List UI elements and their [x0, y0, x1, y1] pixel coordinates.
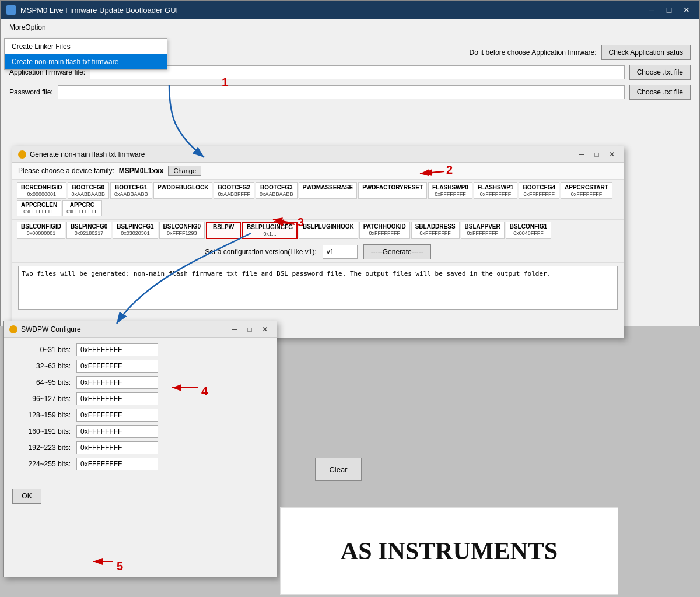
annotation-1: 1: [222, 76, 228, 89]
swdpw-title-bar: SWDPW Configure ─ □ ✕: [4, 321, 276, 338]
swdpw-close-button[interactable]: ✕: [259, 324, 271, 335]
mid-close-button[interactable]: ✕: [606, 149, 618, 160]
swdpw-input-4[interactable]: [76, 409, 158, 422]
config-cell-sbladdress[interactable]: SBLADDRESS0xFFFFFFFF: [411, 222, 460, 239]
swdpw-minimize-button[interactable]: ─: [229, 324, 240, 335]
swdpw-input-2[interactable]: [76, 376, 158, 389]
swdpw-field-row: 224~255 bits:: [12, 458, 268, 470]
config-cell-appcrc[interactable]: APPCRC0xFFFFFFFF: [62, 200, 102, 216]
swdpw-title: SWDPW Configure: [21, 325, 81, 333]
config-cell-bootcfg1[interactable]: BOOTCFG10xAABBAABB: [110, 182, 152, 199]
output-text: Two files will be generated: non-main fl…: [22, 270, 551, 278]
config-cell-bslappver[interactable]: BSLAPPVER0xFFFFFFFF: [461, 222, 505, 239]
password-input[interactable]: [58, 85, 625, 99]
config-cell-pwddebuglock[interactable]: PWDDEBUGLOCK: [153, 182, 213, 199]
config-cell-flashswp0[interactable]: FLASHSWP00xFFFFFFFF: [428, 182, 473, 199]
dropdown-menu: Create Linker Files Create non-main flas…: [4, 38, 167, 70]
swdpw-field-row: 0~31 bits:: [12, 343, 268, 356]
generate-button[interactable]: -----Generate-----: [363, 244, 431, 259]
header-label: Do it before choose Application firmware…: [469, 48, 596, 57]
config-cell-pwdmasserase[interactable]: PWDMASSERASE: [299, 182, 358, 199]
close-button[interactable]: ✕: [680, 3, 694, 17]
swdpw-label-3: 96~127 bits:: [12, 395, 71, 403]
swdpw-input-3[interactable]: [76, 392, 158, 405]
config-cell-flashswp1[interactable]: FLASHSWP10xFFFFFFFF: [474, 182, 518, 199]
main-title-bar: MSPM0 Live Firmware Update Bootloader GU…: [1, 1, 699, 19]
device-label: Please choose a device family:: [18, 167, 114, 175]
config-cell-bootcfg0[interactable]: BOOTCFG00xAABBAABB: [68, 182, 110, 199]
swdpw-input-5[interactable]: [76, 425, 158, 438]
config-cell-bslconfigid[interactable]: BSLCONFIGID0x00000001: [17, 222, 65, 239]
mid-title-bar: Generate non-main flash txt firmware ─ □…: [12, 146, 624, 163]
swdpw-label-4: 128~159 bits:: [12, 411, 71, 419]
config-cell-appcrclen[interactable]: APPCRCLEN0xFFFFFFFF: [17, 200, 61, 216]
config-cell-bslpincfg1[interactable]: BSLPINCFG10x03020301: [113, 222, 158, 239]
swdpw-label-2: 64~95 bits:: [12, 378, 71, 387]
config-cell-bootcfg3[interactable]: BOOTCFG30xAABBAABB: [256, 182, 298, 199]
app-firmware-input[interactable]: [90, 65, 625, 79]
swdpw-label-7: 224~255 bits:: [12, 460, 71, 468]
swdpw-field-row: 96~127 bits:: [12, 392, 268, 405]
ti-branding-text: AS INSTRUMENTS: [341, 537, 558, 565]
swdpw-input-7[interactable]: [76, 458, 158, 470]
swdpw-label-6: 192~223 bits:: [12, 444, 71, 452]
password-row: Password file: Choose .txt file: [9, 85, 691, 100]
swdpw-field-row: 128~159 bits:: [12, 409, 268, 422]
create-non-main-item[interactable]: Create non-main flash txt firmware: [5, 54, 167, 69]
generate-row: Set a configuration version(Like v1): --…: [12, 241, 624, 263]
swdpw-label-1: 32~63 bits:: [12, 362, 71, 370]
menu-bar: MoreOption: [1, 19, 699, 36]
main-window-title: MSPM0 Live Firmware Update Bootloader GU…: [20, 6, 178, 15]
clear-button[interactable]: Clear: [315, 458, 362, 481]
choose-txt-button[interactable]: Choose .txt file: [629, 65, 691, 80]
config-cell-bootcfg4[interactable]: BOOTCFG40xFFFFFFFF: [519, 182, 559, 199]
mid-maximize-button[interactable]: □: [591, 149, 603, 160]
swdpw-label-0: 0~31 bits:: [12, 346, 71, 354]
minimize-button[interactable]: ─: [645, 3, 659, 17]
ti-branding-area: AS INSTRUMENTS: [280, 507, 618, 595]
swdpw-input-1[interactable]: [76, 360, 158, 373]
choose-txt-button2[interactable]: Choose .txt file: [629, 85, 691, 100]
config-cell-bcrconfigid[interactable]: BCRCONFIGID0x00000001: [17, 182, 66, 199]
mid-window: Generate non-main flash txt firmware ─ □…: [12, 146, 624, 338]
version-input[interactable]: [323, 245, 358, 259]
config-cell-patchhookid[interactable]: PATCHHOOKID0xFFFFFFFF: [359, 222, 410, 239]
config-cell-bslconfig0[interactable]: BSLCONFIG00xFFFF1293: [159, 222, 205, 239]
config-cell-bslpw[interactable]: BSLPW: [206, 222, 241, 239]
password-label: Password file:: [9, 88, 53, 96]
check-application-button[interactable]: Check Application satus: [601, 45, 691, 60]
swdpw-field-row: 64~95 bits:: [12, 376, 268, 389]
annotation-3: 3: [298, 216, 304, 229]
swdpw-input-6[interactable]: [76, 441, 158, 454]
version-label: Set a configuration version(Like v1):: [205, 248, 316, 256]
maximize-button[interactable]: □: [662, 3, 676, 17]
swdpw-field-row: 160~191 bits:: [12, 425, 268, 438]
swdpw-field-row: 32~63 bits:: [12, 360, 268, 373]
ok-row: OK: [4, 483, 276, 510]
config-grid-row2: BSLCONFIGID0x00000001BSLPINCFG00x0218021…: [12, 220, 624, 241]
config-cell-bootcfg2[interactable]: BOOTCFG20xAABBFFFF: [214, 182, 254, 199]
swdpw-field-row: 192~223 bits:: [12, 441, 268, 454]
clear-area: Clear: [315, 458, 362, 481]
create-linker-files-item[interactable]: Create Linker Files: [5, 39, 167, 54]
config-cell-bslconfig1[interactable]: BSLCONFIG10x0048FFFF: [506, 222, 551, 239]
mid-minimize-button[interactable]: ─: [576, 149, 587, 160]
ok-button[interactable]: OK: [12, 489, 41, 504]
device-family-bar: Please choose a device family: MSPM0L1xx…: [12, 163, 624, 180]
swdpw-window: SWDPW Configure ─ □ ✕ 0~31 bits: 32~63 b…: [3, 321, 277, 577]
app-icon: [6, 5, 16, 15]
more-option-menu[interactable]: MoreOption: [4, 21, 51, 34]
config-cell-bslpluginhook[interactable]: BSLPLUGINHOOK: [299, 222, 358, 239]
swdpw-maximize-button[interactable]: □: [244, 324, 256, 335]
output-area: Two files will be generated: non-main fl…: [18, 266, 618, 310]
config-cell-bslplugincfg[interactable]: BSLPLUGINCFG0x1...: [242, 222, 298, 239]
config-cell-pwdfactoryreset[interactable]: PWDFACTORYRESET: [358, 182, 427, 199]
mid-window-title: Generate non-main flash txt firmware: [30, 150, 145, 159]
config-grid-row1: BCRCONFIGID0x00000001BOOTCFG00xAABBAABBB…: [12, 180, 624, 220]
swdpw-input-0[interactable]: [76, 343, 158, 356]
config-cell-appcrcstart[interactable]: APPCRCSTART0xFFFFFFFF: [561, 182, 612, 199]
swdpw-label-5: 160~191 bits:: [12, 427, 71, 436]
device-value: MSPM0L1xxx: [119, 167, 164, 175]
change-device-button[interactable]: Change: [168, 166, 201, 176]
config-cell-bslpincfg0[interactable]: BSLPINCFG00x02180217: [66, 222, 111, 239]
